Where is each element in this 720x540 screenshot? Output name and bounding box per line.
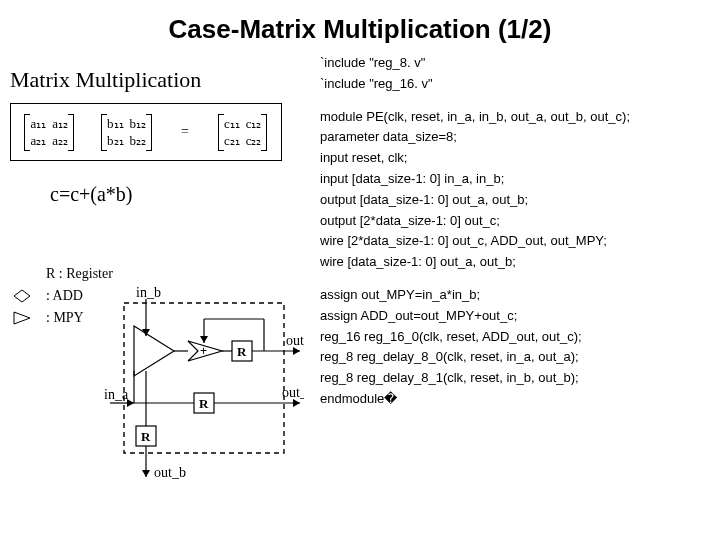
code-line: `include "reg_8. v" xyxy=(320,53,720,74)
legend-mpy-text: : MPY xyxy=(46,310,84,326)
matrix-cell: b₂₁ xyxy=(107,133,124,149)
matrix-cell: c₁₁ xyxy=(224,116,240,132)
add-symbol-icon xyxy=(10,288,46,304)
svg-marker-4 xyxy=(127,399,134,407)
svg-marker-19 xyxy=(142,470,150,477)
legend-register-text: R : Register xyxy=(46,266,113,282)
matrix-cell: b₂₂ xyxy=(130,133,147,149)
code-line: module PE(clk, reset, in_a, in_b, out_a,… xyxy=(320,107,720,128)
code-line: input reset, clk; xyxy=(320,148,720,169)
code-line: assign ADD_out=out_MPY+out_c; xyxy=(320,306,720,327)
register-r-label: R xyxy=(141,429,151,444)
code-line: endmodule� xyxy=(320,389,720,410)
code-line: `include "reg_16. v" xyxy=(320,74,720,95)
label-in-a: in_a xyxy=(104,387,129,402)
register-r-label: R xyxy=(199,396,209,411)
matrix-cell: c₂₁ xyxy=(224,133,240,149)
section-heading: Matrix Multiplication xyxy=(10,67,320,93)
matrix-cell: a₂₂ xyxy=(52,133,68,149)
matrix-cell: b₁₂ xyxy=(130,116,147,132)
svg-marker-12 xyxy=(200,336,208,343)
code-line: reg_8 reg_delay_8_1(clk, reset, in_b, ou… xyxy=(320,368,720,389)
code-line: parameter data_size=8; xyxy=(320,127,720,148)
svg-marker-8 xyxy=(293,347,300,355)
slide-title: Case-Matrix Multiplication (1/2) xyxy=(0,0,720,53)
code-line: assign out_MPY=in_a*in_b; xyxy=(320,285,720,306)
pe-block-diagram: in_b in_a + R out_c R ou xyxy=(104,281,304,481)
label-out-c: out_c xyxy=(286,333,304,348)
equals-sign: = xyxy=(179,124,191,140)
plus-sign: + xyxy=(200,344,207,358)
code-line: reg_8 reg_delay_8_0(clk, reset, in_a, ou… xyxy=(320,347,720,368)
code-line: output [2*data_size-1: 0] out_c; xyxy=(320,211,720,232)
mpy-block-icon xyxy=(134,326,174,376)
register-r-label: R xyxy=(237,344,247,359)
formula: c=c+(a*b) xyxy=(50,183,320,206)
legend-add-text: : ADD xyxy=(46,288,83,304)
label-in-b: in_b xyxy=(136,285,161,300)
code-line: wire [data_size-1: 0] out_a, out_b; xyxy=(320,252,720,273)
matrix-equation: a₁₁ a₁₂ a₂₁ a₂₂ b₁₁ b₁₂ b₂₁ b₂₂ = c₁₁ c₁… xyxy=(10,103,282,161)
matrix-cell: b₁₁ xyxy=(107,116,124,132)
matrix-cell: a₁₁ xyxy=(30,116,46,132)
label-out-b: out_b xyxy=(154,465,186,480)
code-line: reg_16 reg_16_0(clk, reset, ADD_out, out… xyxy=(320,327,720,348)
code-line: output [data_size-1: 0] out_a, out_b; xyxy=(320,190,720,211)
code-listing: `include "reg_8. v" `include "reg_16. v"… xyxy=(320,53,720,523)
label-out-a: out_a xyxy=(282,385,304,400)
mpy-symbol-icon xyxy=(10,310,46,326)
svg-marker-16 xyxy=(293,399,300,407)
left-column: Matrix Multiplication a₁₁ a₁₂ a₂₁ a₂₂ b₁… xyxy=(0,53,320,523)
code-line: wire [2*data_size-1: 0] out_c, ADD_out, … xyxy=(320,231,720,252)
matrix-cell: c₁₂ xyxy=(246,116,262,132)
code-line: input [data_size-1: 0] in_a, in_b; xyxy=(320,169,720,190)
matrix-cell: a₂₁ xyxy=(30,133,46,149)
matrix-cell: a₁₂ xyxy=(52,116,68,132)
content-columns: Matrix Multiplication a₁₁ a₁₂ a₂₁ a₂₂ b₁… xyxy=(0,53,720,523)
matrix-cell: c₂₂ xyxy=(246,133,262,149)
